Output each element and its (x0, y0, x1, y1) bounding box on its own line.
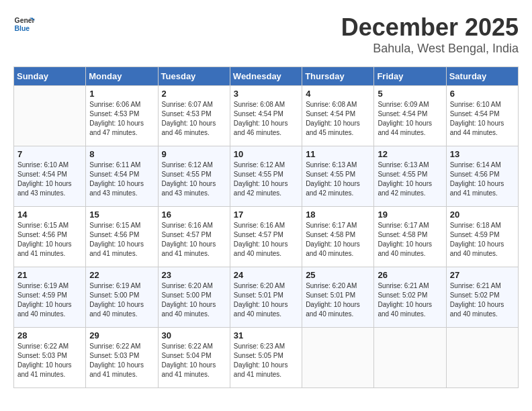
calendar-cell: 30Sunrise: 6:22 AM Sunset: 5:04 PM Dayli… (158, 328, 230, 388)
calendar-cell: 12Sunrise: 6:13 AM Sunset: 4:55 PM Dayli… (374, 146, 446, 207)
calendar-cell: 7Sunrise: 6:10 AM Sunset: 4:54 PM Daylig… (14, 146, 86, 207)
day-number: 7 (17, 149, 82, 159)
day-info: Sunrise: 6:16 AM Sunset: 4:57 PM Dayligh… (162, 221, 226, 259)
location-title: Bahula, West Bengal, India (341, 42, 519, 56)
calendar-cell: 24Sunrise: 6:20 AM Sunset: 5:01 PM Dayli… (230, 267, 302, 328)
calendar-cell (374, 328, 446, 388)
weekday-header-saturday: Saturday (446, 67, 518, 86)
day-number: 30 (162, 330, 226, 340)
calendar-cell: 25Sunrise: 6:20 AM Sunset: 5:01 PM Dayli… (302, 267, 374, 328)
calendar-cell: 27Sunrise: 6:21 AM Sunset: 5:02 PM Dayli… (446, 267, 518, 328)
day-info: Sunrise: 6:18 AM Sunset: 4:59 PM Dayligh… (450, 221, 515, 259)
day-info: Sunrise: 6:13 AM Sunset: 4:55 PM Dayligh… (378, 161, 442, 198)
calendar-cell: 14Sunrise: 6:15 AM Sunset: 4:56 PM Dayli… (14, 207, 86, 267)
day-number: 8 (89, 149, 154, 159)
calendar-week-row: 28Sunrise: 6:22 AM Sunset: 5:03 PM Dayli… (14, 328, 519, 388)
day-info: Sunrise: 6:19 AM Sunset: 4:59 PM Dayligh… (17, 281, 82, 319)
weekday-header-wednesday: Wednesday (230, 67, 302, 86)
calendar-table: SundayMondayTuesdayWednesdayThursdayFrid… (13, 66, 519, 388)
day-info: Sunrise: 6:20 AM Sunset: 5:01 PM Dayligh… (306, 281, 370, 319)
day-info: Sunrise: 6:16 AM Sunset: 4:57 PM Dayligh… (234, 221, 298, 259)
day-info: Sunrise: 6:13 AM Sunset: 4:55 PM Dayligh… (306, 161, 370, 198)
day-info: Sunrise: 6:14 AM Sunset: 4:56 PM Dayligh… (450, 161, 515, 198)
calendar-cell: 17Sunrise: 6:16 AM Sunset: 4:57 PM Dayli… (230, 207, 302, 267)
month-title: December 2025 (341, 13, 519, 42)
calendar-cell: 3Sunrise: 6:08 AM Sunset: 4:54 PM Daylig… (230, 86, 302, 146)
calendar-cell: 28Sunrise: 6:22 AM Sunset: 5:03 PM Dayli… (14, 328, 86, 388)
day-number: 5 (378, 89, 442, 99)
weekday-header-thursday: Thursday (302, 67, 374, 86)
day-info: Sunrise: 6:08 AM Sunset: 4:54 PM Dayligh… (306, 100, 370, 138)
title-section: December 2025 Bahula, West Bengal, India (341, 13, 519, 56)
weekday-header-row: SundayMondayTuesdayWednesdayThursdayFrid… (14, 67, 519, 86)
day-number: 23 (162, 270, 226, 280)
day-number: 13 (450, 149, 515, 159)
day-info: Sunrise: 6:11 AM Sunset: 4:54 PM Dayligh… (89, 161, 154, 198)
day-info: Sunrise: 6:23 AM Sunset: 5:05 PM Dayligh… (234, 342, 298, 379)
calendar-week-row: 14Sunrise: 6:15 AM Sunset: 4:56 PM Dayli… (14, 207, 519, 267)
day-number: 18 (306, 210, 370, 220)
weekday-header-friday: Friday (374, 67, 446, 86)
calendar-cell: 4Sunrise: 6:08 AM Sunset: 4:54 PM Daylig… (302, 86, 374, 146)
calendar-cell: 1Sunrise: 6:06 AM Sunset: 4:53 PM Daylig… (86, 86, 158, 146)
calendar-cell: 18Sunrise: 6:17 AM Sunset: 4:58 PM Dayli… (302, 207, 374, 267)
weekday-header-sunday: Sunday (14, 67, 86, 86)
calendar-cell: 2Sunrise: 6:07 AM Sunset: 4:53 PM Daylig… (158, 86, 230, 146)
day-info: Sunrise: 6:06 AM Sunset: 4:53 PM Dayligh… (89, 100, 154, 138)
day-number: 19 (378, 210, 442, 220)
calendar-cell (302, 328, 374, 388)
calendar-cell (446, 328, 518, 388)
calendar-cell: 26Sunrise: 6:21 AM Sunset: 5:02 PM Dayli… (374, 267, 446, 328)
day-info: Sunrise: 6:17 AM Sunset: 4:58 PM Dayligh… (378, 221, 442, 259)
page-header: General Blue December 2025 Bahula, West … (13, 13, 519, 56)
calendar-week-row: 1Sunrise: 6:06 AM Sunset: 4:53 PM Daylig… (14, 86, 519, 146)
day-number: 27 (450, 270, 515, 280)
calendar-cell (14, 86, 86, 146)
calendar-cell: 16Sunrise: 6:16 AM Sunset: 4:57 PM Dayli… (158, 207, 230, 267)
calendar-cell: 29Sunrise: 6:22 AM Sunset: 5:03 PM Dayli… (86, 328, 158, 388)
calendar-cell: 8Sunrise: 6:11 AM Sunset: 4:54 PM Daylig… (86, 146, 158, 207)
day-number: 25 (306, 270, 370, 280)
day-info: Sunrise: 6:15 AM Sunset: 4:56 PM Dayligh… (17, 221, 82, 259)
day-info: Sunrise: 6:15 AM Sunset: 4:56 PM Dayligh… (89, 221, 154, 259)
logo: General Blue (13, 13, 35, 35)
day-number: 12 (378, 149, 442, 159)
day-number: 15 (89, 210, 154, 220)
calendar-cell: 15Sunrise: 6:15 AM Sunset: 4:56 PM Dayli… (86, 207, 158, 267)
day-number: 24 (234, 270, 298, 280)
day-info: Sunrise: 6:08 AM Sunset: 4:54 PM Dayligh… (234, 100, 298, 138)
calendar-cell: 5Sunrise: 6:09 AM Sunset: 4:54 PM Daylig… (374, 86, 446, 146)
day-number: 14 (17, 210, 82, 220)
day-number: 17 (234, 210, 298, 220)
calendar-cell: 21Sunrise: 6:19 AM Sunset: 4:59 PM Dayli… (14, 267, 86, 328)
day-info: Sunrise: 6:12 AM Sunset: 4:55 PM Dayligh… (162, 161, 226, 198)
weekday-header-monday: Monday (86, 67, 158, 86)
day-info: Sunrise: 6:10 AM Sunset: 4:54 PM Dayligh… (17, 161, 82, 198)
day-info: Sunrise: 6:20 AM Sunset: 5:01 PM Dayligh… (234, 281, 298, 319)
day-info: Sunrise: 6:12 AM Sunset: 4:55 PM Dayligh… (234, 161, 298, 198)
day-number: 2 (162, 89, 226, 99)
day-info: Sunrise: 6:22 AM Sunset: 5:04 PM Dayligh… (162, 342, 226, 379)
day-number: 22 (89, 270, 154, 280)
logo-icon: General Blue (13, 13, 35, 35)
calendar-cell: 6Sunrise: 6:10 AM Sunset: 4:54 PM Daylig… (446, 86, 518, 146)
day-number: 11 (306, 149, 370, 159)
day-number: 16 (162, 210, 226, 220)
calendar-cell: 19Sunrise: 6:17 AM Sunset: 4:58 PM Dayli… (374, 207, 446, 267)
day-number: 3 (234, 89, 298, 99)
day-number: 21 (17, 270, 82, 280)
day-number: 1 (89, 89, 154, 99)
day-info: Sunrise: 6:21 AM Sunset: 5:02 PM Dayligh… (450, 281, 515, 319)
day-number: 9 (162, 149, 226, 159)
calendar-cell: 31Sunrise: 6:23 AM Sunset: 5:05 PM Dayli… (230, 328, 302, 388)
day-number: 4 (306, 89, 370, 99)
day-number: 31 (234, 330, 298, 340)
calendar-cell: 13Sunrise: 6:14 AM Sunset: 4:56 PM Dayli… (446, 146, 518, 207)
calendar-cell: 20Sunrise: 6:18 AM Sunset: 4:59 PM Dayli… (446, 207, 518, 267)
day-number: 20 (450, 210, 515, 220)
weekday-header-tuesday: Tuesday (158, 67, 230, 86)
calendar-cell: 22Sunrise: 6:19 AM Sunset: 5:00 PM Dayli… (86, 267, 158, 328)
day-info: Sunrise: 6:07 AM Sunset: 4:53 PM Dayligh… (162, 100, 226, 138)
day-info: Sunrise: 6:17 AM Sunset: 4:58 PM Dayligh… (306, 221, 370, 259)
day-info: Sunrise: 6:20 AM Sunset: 5:00 PM Dayligh… (162, 281, 226, 319)
